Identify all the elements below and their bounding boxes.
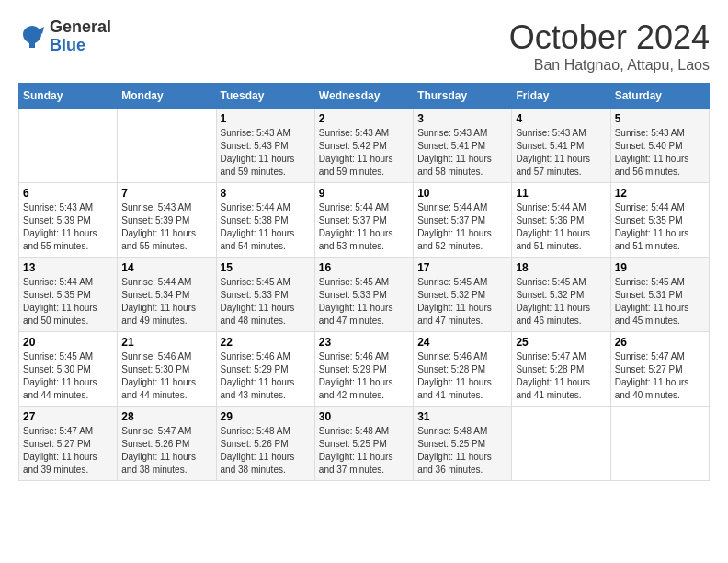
- day-info: Sunrise: 5:44 AM Sunset: 5:38 PM Dayligh…: [221, 201, 311, 253]
- day-number: 4: [516, 112, 606, 125]
- day-number: 24: [417, 336, 507, 349]
- day-info: Sunrise: 5:44 AM Sunset: 5:35 PM Dayligh…: [23, 276, 113, 327]
- header: General Blue October 2024 Ban Hatgnao, A…: [18, 18, 710, 74]
- calendar-week-row: 20Sunrise: 5:45 AM Sunset: 5:30 PM Dayli…: [19, 332, 710, 407]
- day-info: Sunrise: 5:44 AM Sunset: 5:36 PM Dayligh…: [516, 201, 606, 253]
- day-number: 26: [615, 336, 705, 349]
- day-info: Sunrise: 5:45 AM Sunset: 5:33 PM Dayligh…: [319, 276, 409, 327]
- day-number: 5: [615, 112, 705, 125]
- day-info: Sunrise: 5:44 AM Sunset: 5:37 PM Dayligh…: [417, 201, 507, 253]
- day-header-sunday: Sunday: [19, 84, 118, 109]
- day-info: Sunrise: 5:45 AM Sunset: 5:33 PM Dayligh…: [221, 276, 311, 327]
- calendar-cell: 23Sunrise: 5:46 AM Sunset: 5:29 PM Dayli…: [314, 332, 413, 407]
- calendar-cell: 16Sunrise: 5:45 AM Sunset: 5:33 PM Dayli…: [314, 258, 413, 332]
- calendar-cell: [19, 109, 118, 183]
- day-info: Sunrise: 5:45 AM Sunset: 5:32 PM Dayligh…: [516, 276, 606, 327]
- calendar-cell: 7Sunrise: 5:43 AM Sunset: 5:39 PM Daylig…: [118, 183, 216, 258]
- logo-general-text: General: [50, 18, 111, 37]
- day-number: 13: [23, 261, 113, 274]
- day-number: 28: [121, 410, 211, 423]
- day-header-saturday: Saturday: [610, 84, 709, 109]
- calendar-cell: 4Sunrise: 5:43 AM Sunset: 5:41 PM Daylig…: [512, 109, 610, 183]
- calendar-cell: 11Sunrise: 5:44 AM Sunset: 5:36 PM Dayli…: [512, 183, 610, 258]
- day-number: 14: [121, 261, 211, 274]
- day-number: 7: [121, 187, 211, 200]
- day-info: Sunrise: 5:45 AM Sunset: 5:30 PM Dayligh…: [23, 350, 113, 402]
- day-header-tuesday: Tuesday: [216, 84, 314, 109]
- day-number: 18: [516, 261, 606, 274]
- day-info: Sunrise: 5:48 AM Sunset: 5:25 PM Dayligh…: [319, 425, 409, 477]
- calendar-cell: 21Sunrise: 5:46 AM Sunset: 5:30 PM Dayli…: [118, 332, 216, 407]
- day-number: 6: [23, 187, 113, 200]
- day-info: Sunrise: 5:43 AM Sunset: 5:40 PM Dayligh…: [615, 127, 705, 178]
- calendar-cell: 20Sunrise: 5:45 AM Sunset: 5:30 PM Dayli…: [19, 332, 118, 407]
- day-number: 12: [615, 187, 705, 200]
- day-number: 31: [417, 410, 507, 423]
- day-number: 15: [221, 261, 311, 274]
- day-info: Sunrise: 5:46 AM Sunset: 5:28 PM Dayligh…: [417, 350, 507, 402]
- day-header-thursday: Thursday: [414, 84, 512, 109]
- calendar-week-row: 13Sunrise: 5:44 AM Sunset: 5:35 PM Dayli…: [19, 258, 710, 332]
- calendar-cell: 27Sunrise: 5:47 AM Sunset: 5:27 PM Dayli…: [19, 407, 118, 481]
- day-number: 29: [221, 410, 311, 423]
- location-title: Ban Hatgnao, Attapu, Laos: [509, 57, 710, 74]
- calendar-cell: 13Sunrise: 5:44 AM Sunset: 5:35 PM Dayli…: [19, 258, 118, 332]
- calendar-cell: 12Sunrise: 5:44 AM Sunset: 5:35 PM Dayli…: [610, 183, 709, 258]
- day-info: Sunrise: 5:44 AM Sunset: 5:35 PM Dayligh…: [615, 201, 705, 253]
- calendar-cell: 30Sunrise: 5:48 AM Sunset: 5:25 PM Dayli…: [314, 407, 413, 481]
- day-info: Sunrise: 5:47 AM Sunset: 5:26 PM Dayligh…: [121, 425, 211, 477]
- calendar-week-row: 1Sunrise: 5:43 AM Sunset: 5:43 PM Daylig…: [19, 109, 710, 183]
- day-info: Sunrise: 5:48 AM Sunset: 5:26 PM Dayligh…: [221, 425, 311, 477]
- calendar-cell: 9Sunrise: 5:44 AM Sunset: 5:37 PM Daylig…: [314, 183, 413, 258]
- calendar-cell: 19Sunrise: 5:45 AM Sunset: 5:31 PM Dayli…: [610, 258, 709, 332]
- day-info: Sunrise: 5:44 AM Sunset: 5:34 PM Dayligh…: [121, 276, 211, 327]
- day-number: 10: [417, 187, 507, 200]
- day-info: Sunrise: 5:46 AM Sunset: 5:30 PM Dayligh…: [121, 350, 211, 402]
- title-area: October 2024 Ban Hatgnao, Attapu, Laos: [509, 18, 710, 74]
- calendar-cell: 5Sunrise: 5:43 AM Sunset: 5:40 PM Daylig…: [610, 109, 709, 183]
- calendar-cell: 31Sunrise: 5:48 AM Sunset: 5:25 PM Dayli…: [414, 407, 512, 481]
- calendar-cell: 28Sunrise: 5:47 AM Sunset: 5:26 PM Dayli…: [118, 407, 216, 481]
- calendar-cell: 6Sunrise: 5:43 AM Sunset: 5:39 PM Daylig…: [19, 183, 118, 258]
- day-info: Sunrise: 5:45 AM Sunset: 5:31 PM Dayligh…: [615, 276, 705, 327]
- calendar-week-row: 6Sunrise: 5:43 AM Sunset: 5:39 PM Daylig…: [19, 183, 710, 258]
- logo-text: General Blue: [50, 18, 111, 55]
- calendar-cell: 17Sunrise: 5:45 AM Sunset: 5:32 PM Dayli…: [414, 258, 512, 332]
- day-number: 23: [319, 336, 409, 349]
- calendar-header-row: SundayMondayTuesdayWednesdayThursdayFrid…: [19, 84, 710, 109]
- day-info: Sunrise: 5:43 AM Sunset: 5:41 PM Dayligh…: [516, 127, 606, 178]
- day-number: 2: [319, 112, 409, 125]
- calendar-cell: 24Sunrise: 5:46 AM Sunset: 5:28 PM Dayli…: [414, 332, 512, 407]
- logo: General Blue: [18, 18, 111, 55]
- day-info: Sunrise: 5:43 AM Sunset: 5:39 PM Dayligh…: [121, 201, 211, 253]
- day-number: 8: [221, 187, 311, 200]
- day-number: 3: [417, 112, 507, 125]
- day-number: 11: [516, 187, 606, 200]
- day-info: Sunrise: 5:43 AM Sunset: 5:41 PM Dayligh…: [417, 127, 507, 178]
- day-number: 16: [319, 261, 409, 274]
- calendar-week-row: 27Sunrise: 5:47 AM Sunset: 5:27 PM Dayli…: [19, 407, 710, 481]
- day-info: Sunrise: 5:45 AM Sunset: 5:32 PM Dayligh…: [417, 276, 507, 327]
- day-info: Sunrise: 5:47 AM Sunset: 5:27 PM Dayligh…: [615, 350, 705, 402]
- calendar-cell: 2Sunrise: 5:43 AM Sunset: 5:42 PM Daylig…: [314, 109, 413, 183]
- day-info: Sunrise: 5:43 AM Sunset: 5:43 PM Dayligh…: [221, 127, 311, 178]
- day-info: Sunrise: 5:43 AM Sunset: 5:42 PM Dayligh…: [319, 127, 409, 178]
- calendar-cell: 29Sunrise: 5:48 AM Sunset: 5:26 PM Dayli…: [216, 407, 314, 481]
- calendar-cell: [512, 407, 610, 481]
- day-info: Sunrise: 5:46 AM Sunset: 5:29 PM Dayligh…: [221, 350, 311, 402]
- day-number: 30: [319, 410, 409, 423]
- calendar-cell: 25Sunrise: 5:47 AM Sunset: 5:28 PM Dayli…: [512, 332, 610, 407]
- calendar-table: SundayMondayTuesdayWednesdayThursdayFrid…: [18, 83, 710, 481]
- day-number: 20: [23, 336, 113, 349]
- day-header-wednesday: Wednesday: [314, 84, 413, 109]
- calendar-cell: 22Sunrise: 5:46 AM Sunset: 5:29 PM Dayli…: [216, 332, 314, 407]
- day-number: 21: [121, 336, 211, 349]
- calendar-cell: 1Sunrise: 5:43 AM Sunset: 5:43 PM Daylig…: [216, 109, 314, 183]
- calendar-cell: [118, 109, 216, 183]
- day-number: 17: [417, 261, 507, 274]
- day-info: Sunrise: 5:47 AM Sunset: 5:28 PM Dayligh…: [516, 350, 606, 402]
- calendar-cell: 10Sunrise: 5:44 AM Sunset: 5:37 PM Dayli…: [414, 183, 512, 258]
- calendar-cell: 14Sunrise: 5:44 AM Sunset: 5:34 PM Dayli…: [118, 258, 216, 332]
- day-info: Sunrise: 5:44 AM Sunset: 5:37 PM Dayligh…: [319, 201, 409, 253]
- calendar-cell: [610, 407, 709, 481]
